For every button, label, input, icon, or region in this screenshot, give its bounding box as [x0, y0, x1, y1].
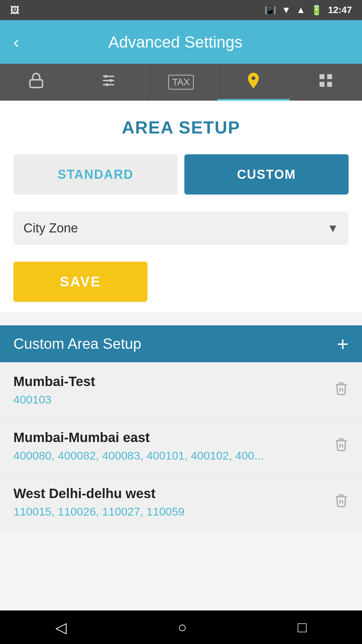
- svg-rect-9: [320, 82, 325, 87]
- add-custom-area-button[interactable]: +: [337, 332, 349, 356]
- grid-icon: [317, 72, 334, 92]
- custom-area-list: Mumbai-Test 400103 Mumbai-Mumbai east 40…: [0, 362, 362, 530]
- svg-point-4: [104, 75, 107, 77]
- delete-item-button[interactable]: [334, 493, 349, 511]
- status-bar: 🖼 📳 ▼ ▲ 🔋 12:47: [0, 0, 362, 20]
- tab-lock[interactable]: [0, 64, 72, 101]
- delete-item-button[interactable]: [334, 381, 349, 399]
- section-title: AREA SETUP: [13, 117, 349, 138]
- custom-area-header: Custom Area Setup +: [0, 325, 362, 362]
- lock-icon: [28, 72, 45, 92]
- location-icon: [244, 71, 263, 93]
- save-button[interactable]: SAVE: [13, 262, 147, 302]
- back-button[interactable]: ‹: [13, 32, 19, 52]
- tab-grid[interactable]: [290, 64, 362, 101]
- city-zone-dropdown[interactable]: City Zone ▼: [13, 211, 349, 245]
- custom-area-title: Custom Area Setup: [13, 335, 337, 352]
- delete-item-button[interactable]: [334, 437, 349, 455]
- sliders-icon: [100, 72, 117, 92]
- home-nav-button[interactable]: ○: [178, 619, 187, 636]
- svg-rect-7: [320, 74, 325, 79]
- dropdown-value: City Zone: [23, 221, 327, 235]
- list-item-name: West Delhi-delhu west: [13, 486, 327, 501]
- list-item-name: Mumbai-Test: [13, 374, 327, 389]
- page-title: Advanced Settings: [19, 33, 332, 51]
- list-item: Mumbai-Mumbai east 400080, 400082, 40008…: [0, 418, 362, 474]
- back-nav-button[interactable]: ◁: [55, 619, 67, 636]
- list-item-codes: 400080, 400082, 400083, 400101, 400102, …: [13, 449, 327, 462]
- bottom-nav: ◁ ○ □: [0, 610, 362, 644]
- list-item-content: Mumbai-Test 400103: [13, 374, 327, 406]
- svg-rect-8: [327, 74, 333, 79]
- main-content: AREA SETUP STANDARD CUSTOM City Zone ▼ S…: [0, 101, 362, 312]
- svg-point-5: [109, 79, 112, 82]
- status-bar-right: 📳 ▼ ▲ 🔋 12:47: [264, 5, 352, 16]
- svg-point-6: [106, 83, 108, 86]
- vibrate-icon: 📳: [264, 5, 276, 16]
- list-item-content: Mumbai-Mumbai east 400080, 400082, 40008…: [13, 430, 327, 462]
- list-item-codes: 400103: [13, 393, 327, 406]
- svg-rect-10: [327, 82, 333, 87]
- list-item-name: Mumbai-Mumbai east: [13, 430, 327, 445]
- tab-bar: TAX: [0, 64, 362, 101]
- tab-tax[interactable]: TAX: [145, 64, 217, 101]
- chevron-down-icon: ▼: [327, 222, 339, 235]
- svg-rect-0: [30, 80, 43, 88]
- signal-icon: ▲: [296, 5, 306, 15]
- clock: 12:47: [328, 5, 352, 15]
- tax-label: TAX: [168, 75, 194, 90]
- list-item: West Delhi-delhu west 110015, 110026, 11…: [0, 474, 362, 530]
- tab-sliders[interactable]: [72, 64, 145, 101]
- tab-location[interactable]: [218, 64, 290, 101]
- header: ‹ Advanced Settings: [0, 20, 362, 64]
- status-bar-image-icon: 🖼: [10, 5, 19, 16]
- recent-nav-button[interactable]: □: [298, 619, 307, 636]
- list-item: Mumbai-Test 400103: [0, 362, 362, 418]
- custom-button[interactable]: CUSTOM: [184, 154, 349, 195]
- list-item-content: West Delhi-delhu west 110015, 110026, 11…: [13, 486, 327, 518]
- wifi-icon: ▼: [282, 5, 291, 15]
- list-item-codes: 110015, 110026, 110027, 110059: [13, 505, 327, 518]
- mode-toggle-group: STANDARD CUSTOM: [13, 154, 349, 195]
- battery-icon: 🔋: [311, 5, 322, 16]
- standard-button[interactable]: STANDARD: [13, 154, 178, 195]
